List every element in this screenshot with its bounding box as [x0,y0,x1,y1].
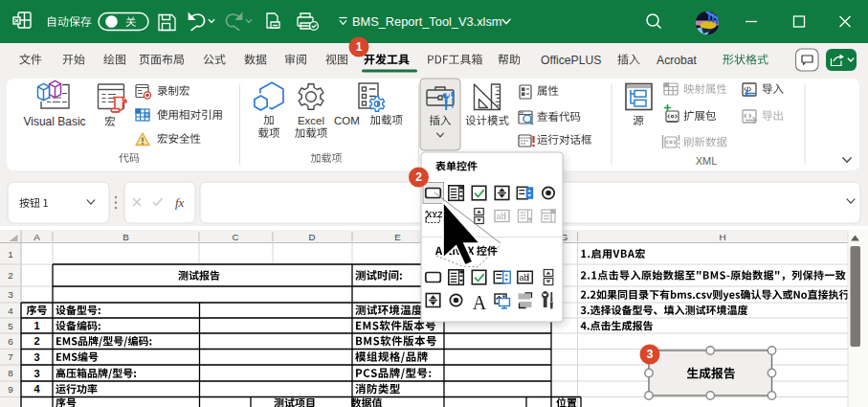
svg-text:2: 2 [415,170,422,184]
svg-text:3: 3 [647,348,654,361]
svg-text:1: 1 [356,40,363,54]
